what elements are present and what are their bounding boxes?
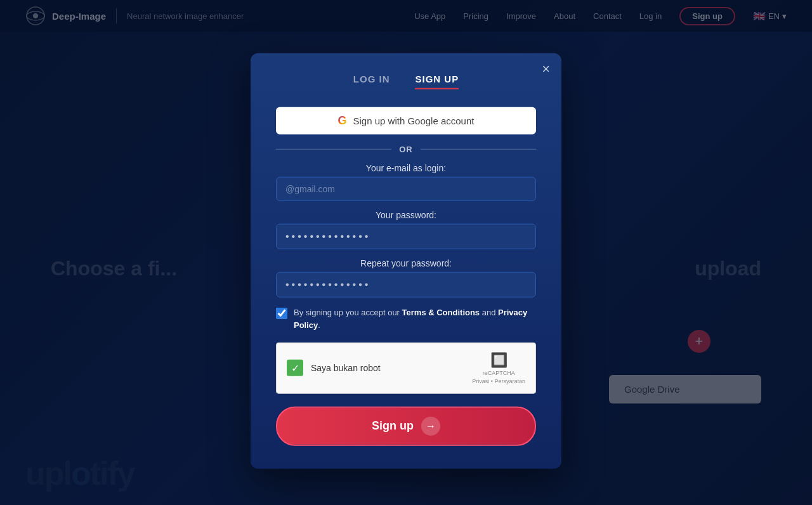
terms-checkbox[interactable] bbox=[276, 308, 287, 319]
terms-link[interactable]: Terms & Conditions bbox=[402, 308, 480, 317]
or-divider: OR bbox=[276, 145, 536, 154]
recaptcha-checkmark: ✓ bbox=[287, 360, 303, 376]
recaptcha-left: ✓ Saya bukan robot bbox=[287, 360, 381, 376]
terms-row: By signing up you accept our Terms & Con… bbox=[276, 306, 536, 331]
email-input[interactable] bbox=[276, 177, 536, 201]
or-line-right bbox=[421, 149, 536, 150]
terms-before: By signing up you accept our bbox=[294, 308, 402, 317]
recaptcha-box[interactable]: ✓ Saya bukan robot 🔲 reCAPTCHA Privasi •… bbox=[276, 343, 536, 394]
signup-arrow-icon: → bbox=[421, 416, 440, 435]
terms-and: and bbox=[480, 308, 498, 317]
repeat-password-label: Repeat your password: bbox=[276, 258, 536, 268]
terms-label: By signing up you accept our Terms & Con… bbox=[294, 306, 536, 331]
or-line-left bbox=[276, 149, 391, 150]
google-signup-button[interactable]: G Sign up with Google account bbox=[276, 107, 536, 134]
signup-btn-label: Sign up bbox=[372, 419, 414, 433]
recaptcha-right: 🔲 reCAPTCHA Privasi • Persyaratan bbox=[472, 352, 525, 384]
password-label: Your password: bbox=[276, 210, 536, 220]
recaptcha-brand-label: reCAPTCHA bbox=[483, 370, 515, 377]
google-signup-label: Sign up with Google account bbox=[353, 115, 475, 126]
recaptcha-links: Privasi • Persyaratan bbox=[472, 377, 525, 384]
recaptcha-label: Saya bukan robot bbox=[311, 363, 381, 373]
signup-submit-button[interactable]: Sign up → bbox=[276, 406, 536, 445]
modal-tabs: LOG IN SIGN UP bbox=[276, 74, 536, 89]
tab-login[interactable]: LOG IN bbox=[353, 74, 390, 89]
google-g-icon: G bbox=[338, 114, 347, 128]
tab-signup[interactable]: SIGN UP bbox=[415, 74, 459, 89]
recaptcha-logo-icon: 🔲 bbox=[490, 352, 508, 369]
terms-after: . bbox=[318, 320, 320, 329]
modal-close-button[interactable]: × bbox=[542, 62, 550, 76]
or-text: OR bbox=[399, 145, 413, 154]
password-input[interactable] bbox=[276, 224, 536, 249]
email-label: Your e-mail as login: bbox=[276, 163, 536, 173]
signup-modal: × LOG IN SIGN UP G Sign up with Google a… bbox=[251, 53, 561, 469]
repeat-password-input[interactable] bbox=[276, 272, 536, 298]
